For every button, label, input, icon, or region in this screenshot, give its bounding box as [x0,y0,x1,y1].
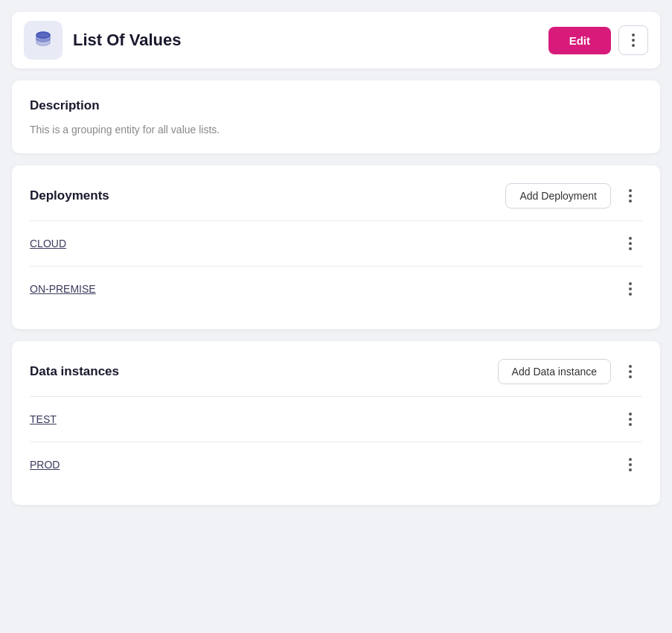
deployment-item-onpremise: ON-PREMISE [30,266,642,311]
three-dots-icon [629,282,632,296]
data-instance-test-more-button[interactable] [618,407,642,431]
deployments-section-header: Deployments Add Deployment [30,183,642,209]
data-instances-more-button[interactable] [618,360,642,384]
deployment-cloud-label[interactable]: CLOUD [30,238,66,249]
page-title: List Of Values [73,31,182,50]
data-instance-prod-label[interactable]: PROD [30,459,60,471]
data-instance-test-label[interactable]: TEST [30,413,57,425]
deployments-card: Deployments Add Deployment CLOUD ON-PREM… [12,165,660,329]
data-instance-item-test: TEST [30,396,642,442]
deployment-item-cloud: CLOUD [30,220,642,266]
three-dots-icon [629,458,632,471]
deployments-actions: Add Deployment [505,183,642,209]
edit-button[interactable]: Edit [548,27,611,54]
description-title: Description [30,98,642,113]
three-dots-icon [629,365,632,378]
data-instances-title: Data instances [30,364,119,379]
deployment-onpremise-label[interactable]: ON-PREMISE [30,283,96,295]
data-instances-card: Data instances Add Data instance TEST PR… [12,341,660,505]
deployment-onpremise-more-button[interactable] [618,277,642,301]
database-icon [33,30,54,51]
three-dots-icon [629,189,632,203]
three-dots-icon [632,34,635,47]
header-more-button[interactable] [618,25,648,55]
add-deployment-button[interactable]: Add Deployment [505,183,611,209]
page-header: List Of Values Edit [12,12,660,69]
description-card: Description This is a grouping entity fo… [12,80,660,153]
data-instance-item-prod: PROD [30,442,642,487]
header-icon-box [24,21,63,60]
data-instance-prod-more-button[interactable] [618,453,642,477]
header-actions: Edit [548,25,648,55]
header-left: List Of Values [24,21,182,60]
data-instances-actions: Add Data instance [498,359,642,384]
three-dots-icon [629,413,632,426]
deployments-more-button[interactable] [618,184,642,208]
three-dots-icon [629,237,632,250]
deployment-cloud-more-button[interactable] [618,232,642,255]
deployments-title: Deployments [30,188,109,203]
add-data-instance-button[interactable]: Add Data instance [498,359,611,384]
description-text: This is a grouping entity for all value … [30,124,642,136]
data-instances-section-header: Data instances Add Data instance [30,359,642,384]
